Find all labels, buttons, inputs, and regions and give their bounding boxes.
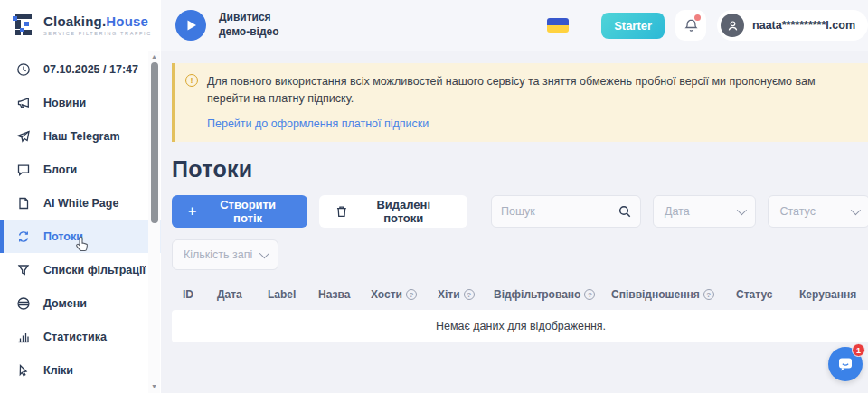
scrollbar-down-arrow[interactable]: ▼	[148, 381, 160, 391]
logo-subtitle: SERVICE FILTERING TRAFFIC	[43, 31, 152, 36]
demo-video-line1: Дивитися	[219, 11, 279, 25]
sidebar-item-clicks[interactable]: Кліки	[0, 353, 161, 387]
user-account-button[interactable]: naata**********l.com	[717, 10, 868, 41]
sidebar-item-label: Домени	[43, 297, 87, 310]
sidebar-item-blogs[interactable]: Блоги	[0, 153, 161, 186]
notifications-button[interactable]	[675, 10, 706, 41]
logo-text: Cloaking.House SERVICE FILTERING TRAFFIC	[43, 14, 152, 36]
column-hosts: Хости?	[371, 288, 438, 301]
status-filter-select[interactable]: Статус	[768, 195, 868, 228]
banner-text: Для повного використання всіх можливосте…	[207, 73, 857, 108]
chat-icon	[836, 355, 854, 373]
help-icon[interactable]: ?	[703, 289, 714, 300]
sidebar-item-filter-lists[interactable]: Списки фільтрації	[0, 253, 161, 286]
column-name: Назва	[318, 288, 371, 301]
sidebar-item-label: Списки фільтрації	[43, 264, 146, 276]
demo-video-line2: демо-відео	[219, 25, 279, 40]
toolbar: + Створити потік Видалені потоки Дата Ст…	[172, 195, 868, 228]
cursor-icon	[16, 363, 31, 378]
clock-icon	[16, 62, 31, 77]
sidebar-item-label: Потоки	[43, 230, 83, 243]
megaphone-icon	[16, 96, 31, 110]
help-icon[interactable]: ?	[584, 289, 595, 300]
sidebar-nav: 07.10.2025 / 17:47 Новини Наш Telegram Б…	[0, 52, 161, 387]
date-filter-select[interactable]: Дата	[653, 195, 757, 228]
sync-icon	[16, 229, 31, 244]
telegram-icon	[16, 129, 31, 144]
logo-icon	[13, 13, 36, 36]
sidebar: Cloaking.House SERVICE FILTERING TRAFFIC…	[0, 0, 161, 393]
demo-video-label[interactable]: Дивитися демо-відео	[219, 11, 279, 39]
search-box[interactable]	[491, 195, 641, 228]
logo-title-dark: Cloaking.	[43, 14, 106, 29]
chevron-down-icon	[259, 248, 269, 258]
column-manage: Керування	[799, 288, 868, 301]
sidebar-item-label: AI White Page	[43, 197, 118, 210]
topbar-right: Starter naata**********l.com	[547, 10, 868, 41]
scrollbar-up-arrow[interactable]: ▲	[148, 51, 160, 61]
info-icon: !	[185, 74, 198, 87]
user-icon	[727, 20, 739, 32]
main-area: Дивитися демо-відео Starter naata*******…	[161, 0, 868, 393]
column-label: Label	[268, 288, 318, 301]
chevron-down-icon	[851, 205, 861, 215]
play-demo-button[interactable]	[175, 10, 206, 41]
page-icon	[16, 196, 31, 211]
deleted-flows-button[interactable]: Видалені потоки	[319, 195, 467, 228]
scrollbar-thumb[interactable]	[151, 62, 158, 223]
count-row: Кількість запі	[172, 239, 868, 270]
help-icon[interactable]: ?	[406, 289, 417, 300]
column-filtered: Відфільтровано?	[494, 288, 611, 301]
page-title: Потоки	[172, 156, 868, 182]
plan-badge[interactable]: Starter	[601, 13, 665, 39]
flag-blue-stripe	[547, 18, 569, 25]
column-hits: Хіти?	[438, 288, 494, 301]
column-id: ID	[183, 288, 217, 301]
sidebar-item-statistics[interactable]: Статистика	[0, 320, 161, 353]
logo[interactable]: Cloaking.House SERVICE FILTERING TRAFFIC	[0, 0, 161, 45]
chat-unread-badge: 1	[852, 343, 865, 357]
funnel-icon	[16, 263, 31, 277]
status-filter-label: Статус	[779, 205, 816, 218]
records-count-select[interactable]: Кількість запі	[172, 239, 278, 270]
chevron-down-icon	[737, 205, 747, 215]
help-icon[interactable]: ?	[464, 289, 475, 300]
sidebar-item-domains[interactable]: Домени	[0, 286, 161, 320]
date-filter-label: Дата	[665, 205, 690, 218]
notification-dot	[694, 14, 701, 21]
search-input[interactable]	[501, 205, 618, 218]
sidebar-item-label: Блоги	[43, 164, 77, 176]
create-flow-label: Створити потік	[204, 198, 290, 225]
column-date: Дата	[217, 288, 268, 301]
sidebar-datetime: 07.10.2025 / 17:47	[0, 52, 161, 86]
datetime-label: 07.10.2025 / 17:47	[43, 63, 138, 76]
deleted-flows-label: Видалені потоки	[356, 198, 451, 225]
sidebar-item-telegram[interactable]: Наш Telegram	[0, 119, 161, 153]
sidebar-scrollbar[interactable]: ▲ ▼	[148, 51, 160, 393]
globe-icon	[16, 296, 31, 311]
sidebar-item-ai-white-page[interactable]: AI White Page	[0, 186, 161, 220]
top-bar: Дивитися демо-відео Starter naata*******…	[161, 0, 868, 51]
upgrade-subscription-link[interactable]: Перейти до оформлення платної підписки	[207, 117, 429, 130]
trash-icon	[335, 205, 348, 218]
user-email: naata**********l.com	[752, 19, 855, 32]
sidebar-item-label: Новини	[43, 97, 86, 109]
column-ratio: Співвідношення?	[611, 288, 736, 301]
search-icon	[618, 205, 631, 218]
plus-icon: +	[188, 203, 196, 220]
sidebar-item-flows[interactable]: Потоки	[0, 220, 161, 253]
play-icon	[186, 20, 197, 31]
flows-table-header: ID Дата Label Назва Хости? Хіти? Відфіль…	[172, 288, 868, 310]
sidebar-item-label: Статистика	[43, 331, 107, 343]
chat-widget-button[interactable]: 1	[828, 347, 863, 381]
records-count-label: Кількість запі	[184, 248, 252, 261]
avatar	[721, 14, 744, 37]
column-status: Статус	[736, 288, 799, 301]
chat-bubble-icon	[16, 163, 31, 177]
language-flag-ua[interactable]	[547, 18, 569, 33]
sidebar-item-news[interactable]: Новини	[0, 86, 161, 119]
flag-yellow-stripe	[547, 25, 569, 33]
logo-title-blue: House	[106, 14, 148, 29]
create-flow-button[interactable]: + Створити потік	[172, 195, 307, 228]
bar-chart-icon	[16, 330, 31, 344]
